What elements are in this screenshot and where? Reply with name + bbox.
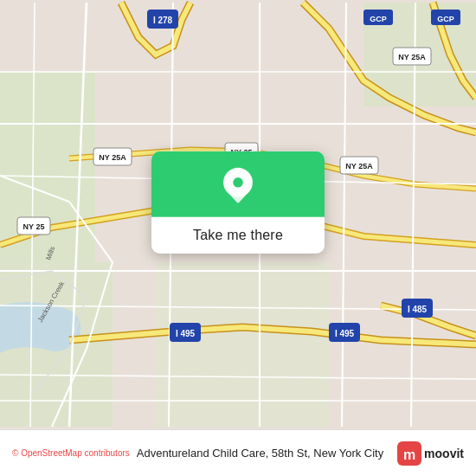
moovit-logo: m moovit (397, 441, 464, 466)
location-pin-icon (222, 167, 254, 205)
svg-text:GCP: GCP (370, 15, 387, 23)
take-me-there-button[interactable]: Take me there (193, 228, 283, 242)
moovit-logo-icon: m (397, 441, 421, 466)
card-overlay: Take me there (151, 151, 325, 254)
osm-credit: © OpenStreetMap contributors (12, 448, 130, 458)
svg-text:NY 25A: NY 25A (99, 153, 126, 162)
moovit-text: moovit (424, 447, 464, 460)
map-container: I 278 GCP GCP NY 25 NY 25A NY 25 NY 25A … (0, 0, 476, 429)
svg-point-45 (232, 177, 244, 189)
svg-text:GCP: GCP (437, 15, 454, 23)
bottom-bar: © OpenStreetMap contributors Adventurela… (0, 429, 476, 476)
svg-text:I 495: I 495 (335, 329, 355, 338)
svg-text:m: m (403, 447, 415, 462)
card-label-area[interactable]: Take me there (151, 217, 325, 254)
svg-text:I 495: I 495 (176, 329, 196, 338)
svg-text:I 278: I 278 (153, 16, 173, 25)
svg-text:I 485: I 485 (408, 305, 428, 314)
svg-text:NY 25A: NY 25A (345, 162, 373, 170)
location-name: Adventureland Child Care, 58th St, New Y… (137, 447, 390, 460)
card-green-top (151, 151, 325, 217)
svg-text:NY 25: NY 25 (23, 222, 45, 231)
app: I 278 GCP GCP NY 25 NY 25A NY 25 NY 25A … (0, 0, 476, 476)
svg-rect-4 (156, 262, 329, 427)
svg-text:NY 25A: NY 25A (398, 53, 426, 61)
